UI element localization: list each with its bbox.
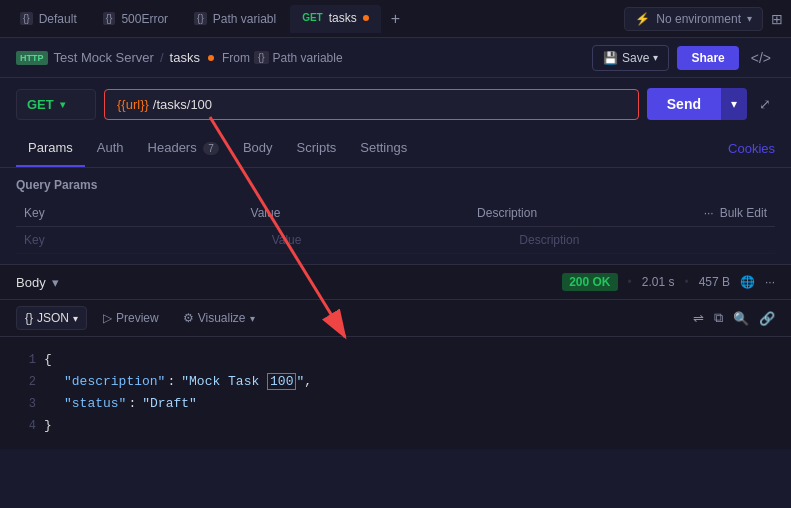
line-num-4: 4 [20, 416, 36, 436]
json-line-4: 4 } [20, 415, 771, 437]
url-input[interactable]: {{url}} /tasks/100 [104, 89, 639, 120]
globe-icon[interactable]: 🌐 [740, 275, 755, 289]
tab-settings-label: Settings [360, 140, 407, 155]
search-response-icon[interactable]: 🔍 [733, 311, 749, 326]
new-tab-button[interactable]: + [383, 6, 408, 32]
request-tabs: Params Auth Headers 7 Body Scripts Setti… [0, 130, 791, 168]
breadcrumb-current-item: tasks [170, 50, 200, 65]
wrap-icon[interactable]: ⇌ [693, 311, 704, 326]
tab-auth[interactable]: Auth [85, 130, 136, 167]
grid-icon[interactable]: ⊞ [771, 11, 783, 27]
breadcrumb-collection[interactable]: Test Mock Server [54, 50, 154, 65]
cookies-link[interactable]: Cookies [728, 141, 775, 156]
tab-auth-label: Auth [97, 140, 124, 155]
url-variable: {{url}} [117, 97, 149, 112]
tab-headers-badge: 7 [203, 142, 219, 155]
visualize-icon: ⚙ [183, 311, 194, 325]
send-button[interactable]: Send [647, 88, 721, 120]
desc-placeholder[interactable]: Description [519, 233, 767, 247]
visualize-button[interactable]: ⚙ Visualize ▾ [175, 307, 263, 329]
link-icon[interactable]: 🔗 [759, 311, 775, 326]
format-label: JSON [37, 311, 69, 325]
tab-body[interactable]: Body [231, 130, 285, 167]
params-empty-row: Key Value Description [16, 227, 775, 254]
breadcrumb-var-name: Path variable [273, 51, 343, 65]
response-time: 2.01 s [642, 275, 675, 289]
body-chevron[interactable]: ▾ [52, 275, 59, 290]
tab-tasks-get-badge: GET [302, 12, 323, 23]
visualize-label: Visualize [198, 311, 246, 325]
send-dropdown-button[interactable]: ▾ [721, 88, 747, 120]
line-num-2: 2 [20, 372, 36, 392]
preview-button[interactable]: ▷ Preview [95, 307, 167, 329]
expand-button[interactable]: ⤢ [755, 92, 775, 116]
json-line-2-content: "description" : "Mock Task 100", [44, 371, 312, 393]
key-placeholder[interactable]: Key [24, 233, 272, 247]
no-environment-icon: ⚡ [635, 12, 650, 26]
json-mock-task-text: "Mock Task [181, 374, 267, 389]
tab-500error-label: 500Error [121, 12, 168, 26]
tab-tasks-label: tasks [329, 11, 357, 25]
json-description-value: "Mock Task 100", [181, 371, 312, 393]
col-description: Description [477, 206, 704, 220]
tab-scripts[interactable]: Scripts [285, 130, 349, 167]
http-badge: HTTP [16, 51, 48, 65]
tab-500error[interactable]: {} 500Error [91, 6, 180, 32]
json-comma-1: , [304, 374, 312, 389]
json-colon-2: : [128, 393, 136, 415]
breadcrumb-sep: / [160, 50, 164, 65]
copy-icon[interactable]: ⧉ [714, 310, 723, 326]
code-button[interactable]: </> [747, 46, 775, 70]
status-badge: 200 OK [562, 273, 617, 291]
save-button[interactable]: 💾 Save ▾ [592, 45, 669, 71]
col-value: Value [251, 206, 478, 220]
tab-default[interactable]: {} Default [8, 6, 89, 32]
json-colon-1: : [167, 371, 175, 393]
tab-pathvar-icon: {} [194, 12, 207, 25]
tab-headers[interactable]: Headers 7 [136, 130, 231, 167]
tab-scripts-label: Scripts [297, 140, 337, 155]
bulk-edit-area[interactable]: ··· Bulk Edit [704, 206, 767, 220]
json-open-brace: { [44, 349, 52, 371]
tab-pathvar[interactable]: {} Path variabl [182, 6, 288, 32]
save-icon: 💾 [603, 51, 618, 65]
json-line-2: 2 "description" : "Mock Task 100", [20, 371, 771, 393]
params-table-header: Key Value Description ··· Bulk Edit [16, 200, 775, 227]
response-toolbar: {} JSON ▾ ▷ Preview ⚙ Visualize ▾ ⇌ ⧉ 🔍 … [0, 300, 791, 337]
tab-settings[interactable]: Settings [348, 130, 419, 167]
json-line-1: 1 { [20, 349, 771, 371]
tab-params-label: Params [28, 140, 73, 155]
url-path: /tasks/100 [153, 97, 212, 112]
tab-tasks-unsaved-dot [363, 15, 369, 21]
breadcrumb-var-badge: {} [254, 51, 269, 64]
tab-default-label: Default [39, 12, 77, 26]
json-close-brace: } [44, 415, 52, 437]
more-icon: ··· [704, 206, 714, 220]
json-description-key: "description" [64, 371, 165, 393]
json-viewer-container: 1 { 2 "description" : "Mock Task 100", 3… [0, 337, 791, 449]
breadcrumb-modified-dot [208, 55, 214, 61]
method-label: GET [27, 97, 54, 112]
body-label: Body [16, 275, 46, 290]
breadcrumb-from-label: From [222, 51, 250, 65]
url-bar: GET ▾ {{url}} /tasks/100 Send ▾ ⤢ [0, 78, 791, 130]
bulk-edit-label: Bulk Edit [720, 206, 767, 220]
response-bar: Body ▾ 200 OK • 2.01 s • 457 B 🌐 ··· [0, 264, 791, 300]
tab-tasks[interactable]: GET tasks [290, 5, 381, 33]
share-button[interactable]: Share [677, 46, 738, 70]
method-selector[interactable]: GET ▾ [16, 89, 96, 120]
more-options-icon[interactable]: ··· [765, 275, 775, 289]
preview-label: Preview [116, 311, 159, 325]
value-placeholder[interactable]: Value [272, 233, 520, 247]
visualize-chevron: ▾ [250, 313, 255, 324]
environment-selector[interactable]: ⚡ No environment ▾ [624, 7, 763, 31]
json-line-3-content: "status" : "Draft" [44, 393, 197, 415]
preview-play-icon: ▷ [103, 311, 112, 325]
json-task-number: 100 [267, 373, 296, 390]
line-num-3: 3 [20, 394, 36, 414]
method-chevron: ▾ [60, 99, 65, 110]
format-selector[interactable]: {} JSON ▾ [16, 306, 87, 330]
response-size: 457 B [699, 275, 730, 289]
tab-params[interactable]: Params [16, 130, 85, 167]
breadcrumb-bar: HTTP Test Mock Server / tasks From {} Pa… [0, 38, 791, 78]
